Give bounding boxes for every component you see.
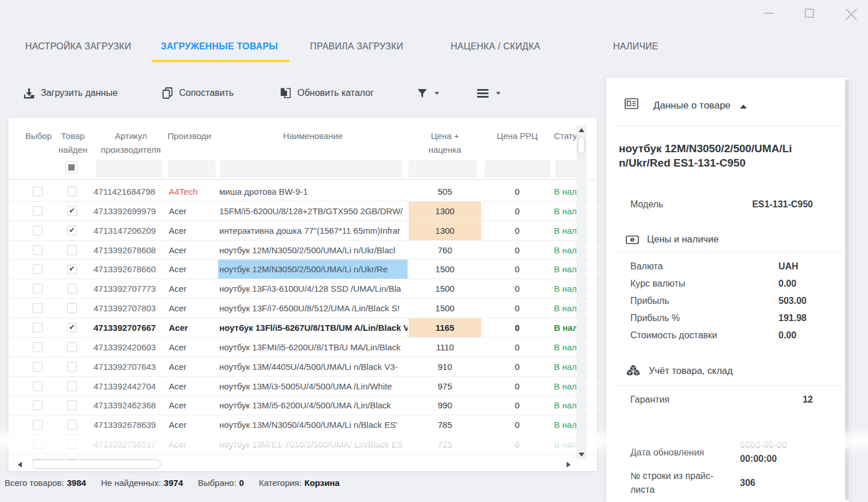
filter-rrc-input[interactable] [485, 160, 550, 177]
row-found-checkbox[interactable] [67, 439, 77, 449]
maximize-button[interactable] [805, 9, 814, 18]
row-select-checkbox[interactable] [33, 303, 42, 313]
row-select-checkbox[interactable] [33, 342, 42, 352]
panel-scrollbar[interactable] [845, 79, 849, 500]
table-row[interactable]: 4713392678639Acerноутбук 13M/N3050/4/500… [9, 415, 597, 435]
table-row[interactable]: 4711421684798A4Techмиша дротова BW-9-150… [9, 182, 597, 202]
row-found-checkbox[interactable] [67, 303, 77, 313]
tab-load-settings[interactable]: НАСТРОЙКА ЗАГРУЗКИ [25, 41, 131, 52]
collapse-icon[interactable] [740, 105, 747, 109]
table-row[interactable]: 4713392442704Acerноутбук 13M/i3-5005U/4/… [9, 377, 597, 396]
row-found-checkbox[interactable] [67, 323, 77, 333]
col-header-name[interactable]: Наименование [218, 129, 408, 143]
stock-section-header: Учёт товара, склад [626, 364, 733, 377]
product-data-icon [625, 98, 640, 113]
filter-name-input[interactable] [220, 160, 402, 177]
horizontal-scrollbar-thumb[interactable] [32, 459, 161, 469]
cell-manufacturer: Acer [169, 415, 218, 434]
row-found-checkbox[interactable] [67, 400, 77, 410]
row-found-checkbox[interactable] [67, 362, 77, 372]
update-catalog-button[interactable]: Обновить каталог [279, 85, 374, 101]
cell-price-markup: 910 [409, 357, 481, 376]
col-header-status[interactable]: Статус [554, 129, 577, 143]
table-row[interactable]: 4713392462368Acerноутбук 13M/i5-6200U/4/… [9, 396, 597, 415]
cell-price-rrc: 0 [481, 435, 553, 454]
minimize-button[interactable] [764, 13, 773, 14]
table-row[interactable]: 4713392420603Acerноутбук 13FMI/i5-6200U/… [9, 338, 597, 357]
horizontal-scrollbar[interactable] [9, 459, 597, 471]
table-row[interactable]: 4713392678608Acerноутбук 12M/N3050/2/500… [9, 241, 597, 260]
table-row[interactable]: 4713392758517Acerноутбук 13M/E1-7010/2/5… [9, 435, 597, 454]
row-found-checkbox[interactable] [67, 420, 77, 430]
col-header-select[interactable]: Выбор [22, 129, 55, 143]
divider [614, 252, 842, 253]
vertical-scrollbar[interactable] [576, 125, 587, 459]
row-select-checkbox[interactable] [33, 226, 42, 235]
close-button[interactable] [846, 7, 857, 19]
cell-price-rrc: 0 [481, 396, 553, 415]
table-row[interactable]: 4713147206209Acerинтерактивна дошка 77"(… [9, 221, 597, 241]
col-header-price-markup[interactable]: Цена +наценка [409, 129, 481, 157]
row-select-checkbox[interactable] [33, 400, 42, 410]
filter-article-input[interactable] [96, 160, 162, 177]
row-select-checkbox[interactable] [33, 187, 42, 196]
filter-button[interactable] [417, 85, 439, 101]
scroll-up-icon[interactable] [579, 128, 584, 132]
col-header-found[interactable]: Товарнайден [57, 129, 89, 157]
table-row[interactable]: 4713392707803Acerноутбук 13F/i7-6500U/8/… [9, 299, 597, 318]
row-found-checkbox[interactable] [67, 342, 77, 352]
col-header-manufacturer[interactable]: Производитель [168, 129, 211, 143]
cell-price-rrc: 0 [481, 260, 553, 279]
scroll-left-icon[interactable] [18, 462, 22, 468]
divider [614, 126, 842, 126]
tab-load-rules[interactable]: ПРАВИЛА ЗАГРУЗКИ [310, 41, 403, 52]
cell-price-markup: 505 [409, 182, 481, 201]
row-found-checkbox[interactable] [67, 284, 77, 294]
row-found-checkbox[interactable] [67, 206, 77, 216]
table-row[interactable]: 4713392699979Acer15FM/i5-6200U/8/128+2TB… [9, 202, 597, 221]
table-row[interactable]: 4713392707643Acerноутбук 13M/4405U/4/500… [9, 357, 597, 377]
cell-price-rrc: 0 [481, 338, 553, 357]
table-row[interactable]: 4713392707667Acerноутбук 13Fl/i5-6267U/8… [9, 318, 597, 338]
row-select-checkbox[interactable] [33, 362, 42, 372]
row-found-checkbox[interactable] [67, 226, 77, 235]
scroll-right-icon[interactable] [567, 462, 571, 468]
table-row[interactable]: 4713392707773Acerноутбук 13F/i3-6100U/4/… [9, 279, 597, 299]
cell-price-markup: 1165 [409, 318, 481, 337]
row-found-checkbox[interactable] [67, 381, 77, 391]
prices-section-header: 1 Цены и наличие [626, 234, 719, 245]
tab-markup-discount[interactable]: НАЦЕНКА / СКИДКА [451, 41, 540, 52]
cell-price-rrc: 0 [481, 318, 553, 337]
row-select-checkbox[interactable] [33, 381, 42, 391]
table-row[interactable]: 4713392678660Acerноутбук 12M/N3050/2/500… [9, 260, 597, 279]
menu-button[interactable] [476, 85, 501, 101]
col-header-article[interactable]: Артикулпроизводителя [94, 129, 168, 157]
row-select-checkbox[interactable] [33, 245, 42, 255]
tab-availability[interactable]: НАЛИЧИЕ [613, 41, 658, 52]
scroll-down-icon[interactable] [579, 453, 584, 457]
cell-price-markup: 1300 [409, 221, 481, 240]
row-select-checkbox[interactable] [33, 284, 42, 294]
cell-article: 4713392678660 [94, 260, 166, 279]
load-data-button[interactable]: Загрузить данные [23, 85, 118, 101]
vertical-scrollbar-thumb[interactable] [578, 137, 585, 154]
panel-header[interactable]: Данные о товаре [625, 98, 747, 113]
filter-price-input[interactable] [409, 160, 476, 177]
match-button[interactable]: Сопоставить [161, 85, 234, 101]
cell-price-markup: 1300 [409, 202, 481, 221]
cell-price-rrc: 0 [481, 202, 553, 221]
cell-price-markup: 760 [409, 241, 481, 260]
row-select-checkbox[interactable] [33, 264, 42, 274]
filter-manufacturer-input[interactable] [168, 160, 215, 177]
cubes-icon [626, 364, 641, 377]
row-select-checkbox[interactable] [33, 439, 42, 449]
col-header-price-rrc[interactable]: Цена РРЦ [481, 129, 553, 143]
tab-loaded-products[interactable]: ЗАГРУЖЕННЫЕ ТОВАРЫ [161, 41, 278, 52]
row-found-checkbox[interactable] [67, 187, 77, 196]
row-select-checkbox[interactable] [33, 323, 42, 333]
row-select-checkbox[interactable] [33, 420, 42, 430]
row-found-checkbox[interactable] [67, 264, 77, 274]
filter-found-checkbox[interactable] [65, 161, 78, 173]
row-select-checkbox[interactable] [33, 206, 42, 216]
row-found-checkbox[interactable] [67, 245, 77, 255]
